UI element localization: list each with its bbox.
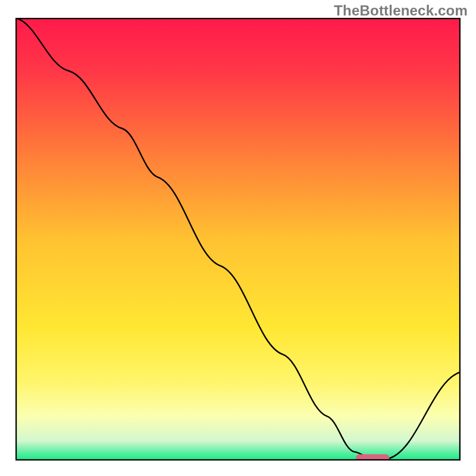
watermark-text: TheBottleneck.com [334,2,468,19]
chart-svg [15,18,461,461]
chart-plot-area [15,18,461,461]
chart-container: TheBottleneck.com [0,0,476,476]
chart-background-gradient [15,18,461,461]
